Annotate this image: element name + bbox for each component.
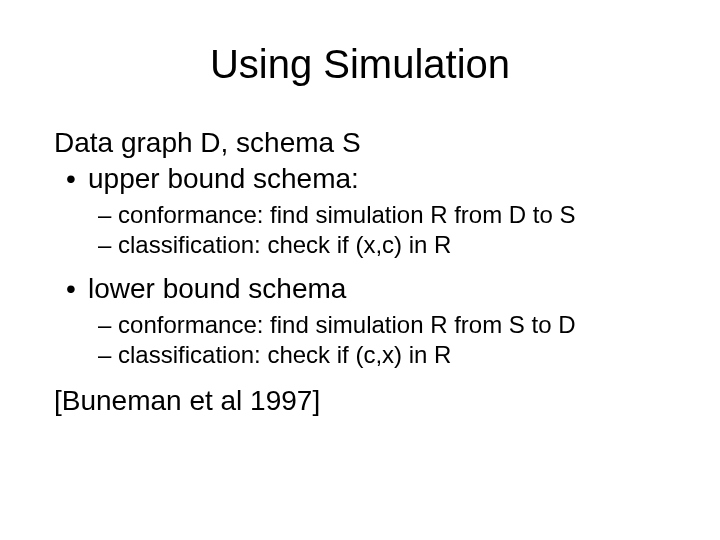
sub-item-label: classification: check if (x,c) in R: [118, 231, 451, 258]
sub-list-item: – classification: check if (c,x) in R: [54, 341, 666, 369]
sub-list-item: – conformance: find simulation R from D …: [54, 201, 666, 229]
dash-glyph: –: [98, 231, 111, 258]
sub-list-item: – conformance: find simulation R from S …: [54, 311, 666, 339]
sub-list: – conformance: find simulation R from S …: [54, 311, 666, 369]
dash-glyph: –: [98, 311, 111, 338]
list-item-label: upper bound schema:: [88, 163, 359, 194]
list-item: •upper bound schema: – conformance: find…: [54, 163, 666, 259]
dash-glyph: –: [98, 341, 111, 368]
slide: Using Simulation Data graph D, schema S …: [0, 0, 720, 540]
bullet-list: •upper bound schema: – conformance: find…: [54, 163, 666, 369]
bullet-glyph: •: [54, 273, 88, 305]
sub-item-label: classification: check if (c,x) in R: [118, 341, 451, 368]
bullet-glyph: •: [54, 163, 88, 195]
sub-list-item: – classification: check if (x,c) in R: [54, 231, 666, 259]
sub-item-label: conformance: find simulation R from D to…: [118, 201, 576, 228]
sub-list: – conformance: find simulation R from D …: [54, 201, 666, 259]
slide-title: Using Simulation: [54, 42, 666, 87]
list-item: •lower bound schema – conformance: find …: [54, 273, 666, 369]
sub-item-label: conformance: find simulation R from S to…: [118, 311, 576, 338]
intro-text: Data graph D, schema S: [54, 127, 666, 159]
dash-glyph: –: [98, 201, 111, 228]
citation: [Buneman et al 1997]: [54, 385, 666, 417]
list-item-label: lower bound schema: [88, 273, 346, 304]
